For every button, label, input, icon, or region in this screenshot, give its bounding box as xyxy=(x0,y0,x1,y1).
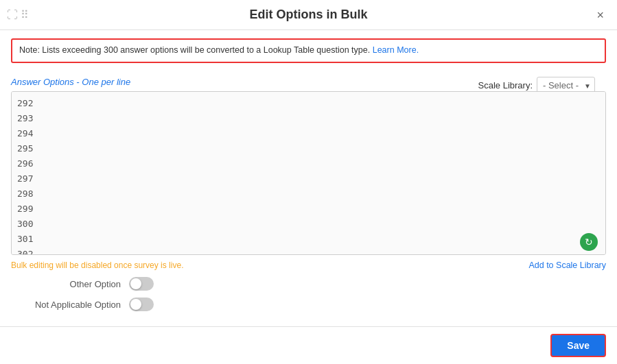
not-applicable-option-track xyxy=(129,298,154,311)
modal-body: Note: Lists exceeding 300 answer options… xyxy=(0,30,617,326)
modal-title: Edit Options in Bulk xyxy=(250,8,368,22)
other-option-track xyxy=(129,277,154,291)
learn-more-link[interactable]: Learn More. xyxy=(373,45,419,55)
bulk-note-row: Bulk editing will be disabled once surve… xyxy=(11,260,606,270)
answer-textarea[interactable]: 292 293 294 295 296 297 298 299 300 301 … xyxy=(11,91,606,256)
close-button[interactable]: × xyxy=(593,8,607,23)
bulk-note-text: Bulk editing will be disabled once surve… xyxy=(11,260,183,270)
textarea-wrapper: 292 293 294 295 296 297 298 299 300 301 … xyxy=(11,91,606,256)
other-option-label: Other Option xyxy=(25,279,121,289)
grid-icon: ⠿ xyxy=(21,8,29,21)
move-icon: ⛶ xyxy=(7,9,18,21)
add-to-scale-library-link[interactable]: Add to Scale Library xyxy=(528,260,606,270)
note-box: Note: Lists exceeding 300 answer options… xyxy=(11,38,606,63)
not-applicable-option-thumb xyxy=(130,299,141,310)
drag-handle[interactable]: ⛶ ⠿ xyxy=(7,8,29,21)
not-applicable-option-toggle[interactable] xyxy=(129,298,154,311)
not-applicable-option-label: Not Applicable Option xyxy=(25,300,121,310)
modal: ⛶ ⠿ Edit Options in Bulk × Note: Lists e… xyxy=(0,0,617,364)
other-option-row: Other Option xyxy=(11,277,606,291)
not-applicable-option-row: Not Applicable Option xyxy=(11,298,606,311)
modal-header: ⛶ ⠿ Edit Options in Bulk × xyxy=(0,0,617,30)
scale-library-label: Scale Library: xyxy=(478,80,533,90)
note-text: Note: Lists exceeding 300 answer options… xyxy=(19,45,419,57)
modal-footer: Save xyxy=(0,326,617,364)
refresh-icon[interactable]: ↻ xyxy=(580,233,598,251)
save-button[interactable]: Save xyxy=(550,334,606,357)
other-option-toggle[interactable] xyxy=(129,277,154,291)
other-option-thumb xyxy=(130,278,141,289)
